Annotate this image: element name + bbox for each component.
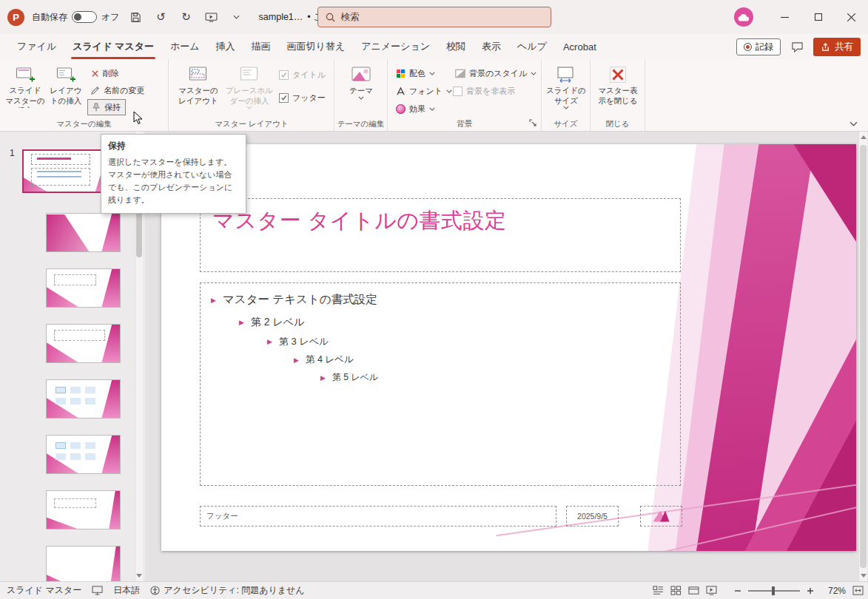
tab-review[interactable]: 校閲 [446, 34, 465, 59]
slide-number-placeholder[interactable] [640, 506, 682, 527]
tab-view[interactable]: 表示 [482, 34, 501, 59]
scroll-up-arrow-icon[interactable] [859, 135, 867, 139]
bullet-text: 第 5 レベル [332, 371, 378, 384]
zoom-out-button[interactable] [734, 587, 741, 595]
zoom-percentage[interactable]: 72% [821, 586, 846, 596]
chevron-down-icon [429, 72, 435, 75]
insert-slide-master-icon [16, 64, 35, 86]
title-checkbox: タイトル [279, 70, 326, 81]
record-button[interactable]: 記録 [736, 38, 781, 55]
save-button[interactable] [127, 8, 145, 26]
minimize-button[interactable] [768, 0, 801, 34]
body-placeholder[interactable]: ▶ マスター テキストの書式設定 ▶ 第 2 レベル ▶ 第 3 レベル ▶ 第… [200, 282, 681, 486]
slide-sorter-view-button[interactable] [670, 586, 682, 595]
themes-button[interactable]: テーマ [340, 61, 382, 119]
layout-thumbnail[interactable] [46, 213, 121, 252]
layout-thumbnail[interactable] [46, 546, 121, 585]
layout-thumbnail[interactable] [46, 490, 121, 529]
slideshow-view-icon [706, 586, 717, 595]
normal-view-button[interactable] [653, 586, 664, 595]
slide-size-button[interactable]: スライドのサイズ [546, 61, 586, 119]
insert-slide-master-label: スライド マスターの挿入 [4, 86, 46, 108]
chevron-down-icon [563, 106, 569, 109]
autosave-control[interactable]: 自動保存 オフ [32, 11, 120, 24]
delete-button[interactable]: 削除 [87, 65, 123, 81]
colors-label: 配色 [409, 68, 425, 79]
colors-button[interactable]: 配色 [392, 65, 439, 81]
comments-button[interactable] [788, 38, 806, 55]
search-input[interactable]: 検索 [317, 7, 551, 27]
collapse-ribbon-button[interactable] [850, 121, 858, 126]
tab-file[interactable]: ファイル [17, 34, 56, 59]
layout-thumbnail[interactable] [46, 379, 121, 419]
zoom-slider-knob[interactable] [772, 586, 775, 595]
tab-home[interactable]: ホーム [170, 34, 200, 59]
reading-view-icon [688, 586, 699, 595]
canvas-scrollbar[interactable] [858, 132, 867, 581]
master-layout-button[interactable]: マスターのレイアウト [177, 61, 220, 119]
fit-slide-to-window-button[interactable] [852, 586, 864, 595]
insert-layout-button[interactable]: レイアウトの挿入 [47, 61, 84, 119]
checkbox-checked-icon [279, 93, 289, 103]
layout-thumbnail[interactable] [46, 324, 121, 363]
search-icon [326, 13, 335, 22]
pushpin-icon [92, 103, 101, 112]
zoom-slider[interactable] [748, 590, 800, 592]
start-slideshow-button[interactable] [203, 8, 221, 26]
title-bar: P 自動保存 オフ ↺ ↻ sample1… • この PC に保存済み [0, 0, 868, 34]
zoom-in-button[interactable] [807, 587, 814, 595]
status-bar-right: 72% [653, 586, 864, 596]
insert-slide-master-button[interactable]: スライド マスターの挿入 [4, 61, 46, 119]
accessibility-status[interactable]: アクセシビリティ: 問題ありません [150, 584, 304, 597]
tab-draw[interactable]: 描画 [252, 34, 271, 59]
scroll-down-arrow-icon[interactable] [135, 574, 143, 578]
group-label-master-layout: マスター レイアウト [169, 119, 334, 129]
comment-icon [791, 41, 804, 53]
tab-acrobat[interactable]: Acrobat [563, 34, 596, 59]
customize-qat-button[interactable] [228, 8, 246, 26]
effects-label: 効果 [409, 104, 425, 115]
tab-transitions[interactable]: 画面切り替え [287, 34, 346, 59]
scroll-down-arrow-icon[interactable] [859, 574, 867, 578]
background-styles-button[interactable]: 背景のスタイル [451, 65, 540, 81]
footer-placeholder[interactable]: フッター [200, 506, 556, 527]
insert-layout-label: レイアウトの挿入 [47, 86, 84, 106]
bullet-marker-icon: ▶ [320, 374, 326, 382]
preserve-button[interactable]: 保持 [87, 99, 126, 115]
share-button[interactable]: 共有 [813, 38, 861, 56]
title-placeholder[interactable]: マスター タイトルの書式設定 [200, 198, 681, 272]
delete-label: 削除 [103, 68, 119, 79]
tab-insert[interactable]: 挿入 [216, 34, 235, 59]
undo-button[interactable]: ↺ [152, 8, 170, 26]
display-settings-icon[interactable] [92, 586, 103, 595]
redo-button[interactable]: ↻ [178, 8, 195, 26]
close-master-view-button[interactable]: マスター表示を閉じる [596, 61, 639, 119]
layout-thumbnail[interactable] [46, 268, 121, 308]
normal-view-icon [653, 586, 664, 595]
date-placeholder[interactable]: 2025/9/5 [566, 506, 619, 527]
maximize-button[interactable] [801, 0, 835, 34]
slide-size-icon [556, 64, 576, 86]
tab-animations[interactable]: アニメーション [361, 34, 430, 59]
account-cloud-icon[interactable] [734, 7, 753, 27]
autosave-toggle[interactable] [72, 11, 97, 23]
bullet-level-3: ▶ 第 3 レベル [211, 335, 670, 348]
fonts-button[interactable]: フォント [392, 83, 456, 99]
layout-thumbnail[interactable] [46, 435, 121, 474]
tab-slide-master[interactable]: スライド マスター [73, 34, 154, 59]
tab-help[interactable]: ヘルプ [517, 34, 547, 59]
close-button[interactable] [835, 0, 868, 34]
powerpoint-icon[interactable]: P [7, 9, 24, 26]
slide-editing-surface[interactable]: マスター タイトルの書式設定 ▶ マスター テキストの書式設定 ▶ 第 2 レベ… [161, 144, 856, 551]
effects-button[interactable]: 効果 [392, 101, 439, 117]
reading-view-button[interactable] [688, 586, 699, 595]
group-label-background: 背景 [388, 119, 541, 129]
footer-checkbox[interactable]: フッター [279, 92, 326, 104]
language-button[interactable]: 日本語 [113, 584, 140, 597]
save-icon [130, 12, 141, 23]
insert-placeholder-label: プレースホルダーの挿入 [223, 86, 276, 106]
rename-button[interactable]: 名前の変更 [87, 82, 148, 98]
fonts-label: フォント [409, 86, 443, 97]
slideshow-view-button[interactable] [706, 586, 717, 595]
scrollbar-thumb[interactable] [860, 145, 867, 568]
